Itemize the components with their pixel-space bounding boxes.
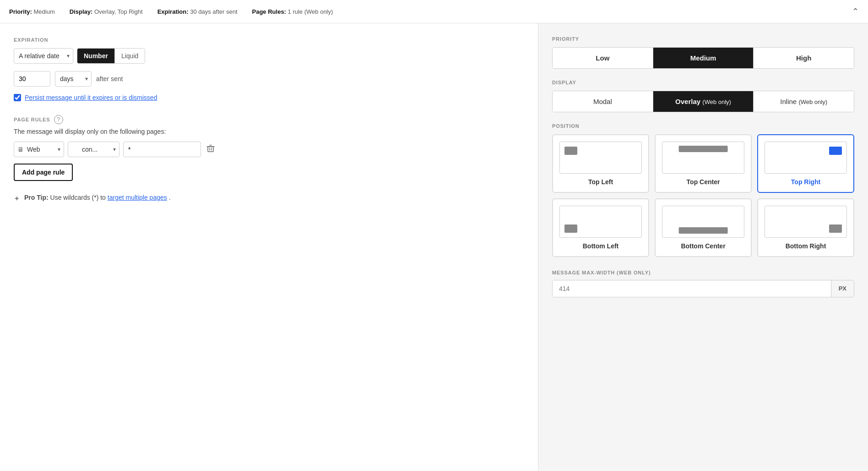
- position-section-label: POSITION: [552, 123, 854, 129]
- max-width-unit: PX: [831, 280, 854, 297]
- days-select-wrapper: days hours weeks: [55, 71, 92, 87]
- display-summary: Display: Overlay, Top Right: [70, 8, 143, 15]
- pattern-input[interactable]: [123, 142, 201, 157]
- position-bottom-left[interactable]: Bottom Left: [552, 198, 649, 257]
- collapse-button[interactable]: ⌃: [852, 6, 859, 16]
- priority-section-label: PRIORITY: [552, 36, 854, 42]
- top-left-dot: [564, 147, 577, 155]
- priority-group: Low Medium High: [552, 47, 854, 69]
- pro-tip-bold: Pro Tip:: [24, 194, 49, 201]
- top-right-dot: [829, 147, 842, 155]
- expiration-type-row: A relative date Number Liquid: [14, 48, 524, 64]
- max-width-row: PX: [552, 280, 854, 297]
- after-sent-text: after sent: [96, 75, 123, 82]
- display-section-label: DISPLAY: [552, 80, 854, 85]
- pro-tip-suffix: .: [169, 194, 171, 201]
- priority-summary-label: Priority:: [9, 8, 32, 15]
- top-left-label: Top Left: [588, 178, 613, 186]
- priority-high-btn[interactable]: High: [754, 48, 854, 68]
- condition-select[interactable]: con... contains equals: [68, 142, 119, 157]
- top-right-label: Top Right: [791, 178, 820, 186]
- display-inline-btn[interactable]: Inline (Web only): [754, 91, 854, 112]
- display-overlay-btn[interactable]: Overlay (Web only): [653, 91, 754, 112]
- bottom-right-label: Bottom Right: [786, 242, 826, 250]
- date-type-select-wrapper: A relative date: [14, 48, 73, 64]
- platform-select[interactable]: Web Mobile: [14, 142, 64, 157]
- main-layout: EXPIRATION A relative date Number Liquid…: [0, 23, 868, 471]
- top-center-preview: [662, 142, 744, 174]
- position-bottom-right[interactable]: Bottom Right: [757, 198, 854, 257]
- expiration-summary-value: 30 days after sent: [190, 8, 237, 15]
- number-liquid-toggle: Number Liquid: [77, 48, 145, 64]
- position-top-right[interactable]: Top Right: [757, 134, 854, 193]
- position-grid: Top Left Top Center Top Right Bottom Lef…: [552, 134, 854, 257]
- expiration-section-label: EXPIRATION: [14, 37, 524, 43]
- position-bottom-center[interactable]: Bottom Center: [655, 198, 752, 257]
- persist-checkbox-row: Persist message until it expires or is d…: [14, 94, 524, 101]
- condition-select-wrapper: con... contains equals: [68, 142, 119, 157]
- persist-checkbox[interactable]: [14, 94, 21, 101]
- bottom-right-preview: [765, 206, 847, 238]
- pro-tip-link[interactable]: target multiple pages: [108, 194, 167, 201]
- pro-tip-prefix: Use wildcards (*) to: [50, 194, 108, 201]
- priority-medium-btn[interactable]: Medium: [653, 48, 754, 68]
- page-rules-section-label: PAGE RULES: [14, 117, 50, 122]
- persist-label-underline: Persist message: [25, 94, 72, 101]
- bulb-icon: ✦: [14, 194, 20, 203]
- display-group: Modal Overlay (Web only) Inline (Web onl…: [552, 91, 854, 112]
- trash-icon: [206, 144, 215, 153]
- max-width-input[interactable]: [553, 280, 831, 297]
- page-rules-summary-label: Page Rules:: [252, 8, 286, 15]
- page-rule-row: 🖥 Web Mobile con... contains equals: [14, 142, 524, 157]
- add-page-rule-button[interactable]: Add page rule: [14, 164, 73, 181]
- max-width-section: MESSAGE MAX-WIDTH (WEB ONLY) PX: [552, 270, 854, 297]
- top-right-preview: [765, 142, 847, 174]
- date-type-select[interactable]: A relative date: [14, 48, 73, 64]
- number-row: days hours weeks after sent: [14, 71, 524, 87]
- top-bar: Priority: Medium Display: Overlay, Top R…: [0, 0, 868, 23]
- number-input[interactable]: [14, 71, 50, 87]
- display-summary-label: Display:: [70, 8, 93, 15]
- expiration-summary: Expiration: 30 days after sent: [157, 8, 238, 15]
- priority-summary: Priority: Medium: [9, 8, 55, 15]
- delete-rule-button[interactable]: [205, 142, 217, 156]
- display-summary-value: Overlay, Top Right: [94, 8, 143, 15]
- bottom-center-preview: [662, 206, 744, 238]
- bottom-left-label: Bottom Left: [583, 242, 619, 250]
- position-top-center[interactable]: Top Center: [655, 134, 752, 193]
- page-rules-summary: Page Rules: 1 rule (Web only): [252, 8, 333, 15]
- pro-tip-text: Pro Tip: Use wildcards (*) to target mul…: [24, 194, 171, 201]
- position-top-left[interactable]: Top Left: [552, 134, 649, 193]
- persist-label: Persist message until it expires or is d…: [25, 94, 157, 101]
- max-width-label: MESSAGE MAX-WIDTH (WEB ONLY): [552, 270, 854, 275]
- persist-label-rest: until it expires or is dismissed: [72, 94, 157, 101]
- priority-low-btn[interactable]: Low: [553, 48, 653, 68]
- bottom-left-preview: [559, 206, 642, 238]
- bottom-center-label: Bottom Center: [681, 242, 725, 250]
- top-center-dot: [679, 146, 728, 152]
- page-rules-summary-value: 1 rule (Web only): [288, 8, 333, 15]
- number-toggle-btn[interactable]: Number: [77, 49, 115, 63]
- liquid-toggle-btn[interactable]: Liquid: [115, 49, 145, 63]
- top-left-preview: [559, 142, 642, 174]
- svg-rect-0: [208, 147, 213, 152]
- bottom-left-dot: [564, 225, 577, 233]
- page-rules-header: PAGE RULES ?: [14, 115, 524, 124]
- platform-select-wrapper: 🖥 Web Mobile: [14, 142, 64, 157]
- help-icon[interactable]: ?: [54, 115, 63, 124]
- priority-summary-value: Medium: [33, 8, 54, 15]
- display-modal-btn[interactable]: Modal: [553, 91, 653, 112]
- bottom-center-dot: [679, 227, 728, 234]
- pro-tip-row: ✦ Pro Tip: Use wildcards (*) to target m…: [14, 194, 524, 203]
- top-center-label: Top Center: [687, 178, 720, 186]
- left-panel: EXPIRATION A relative date Number Liquid…: [0, 23, 538, 471]
- expiration-summary-label: Expiration:: [157, 8, 189, 15]
- right-panel: PRIORITY Low Medium High DISPLAY Modal O…: [538, 23, 868, 471]
- days-select[interactable]: days hours weeks: [55, 71, 92, 87]
- bottom-right-dot: [829, 225, 842, 233]
- page-rules-description: The message will display only on the fol…: [14, 128, 524, 135]
